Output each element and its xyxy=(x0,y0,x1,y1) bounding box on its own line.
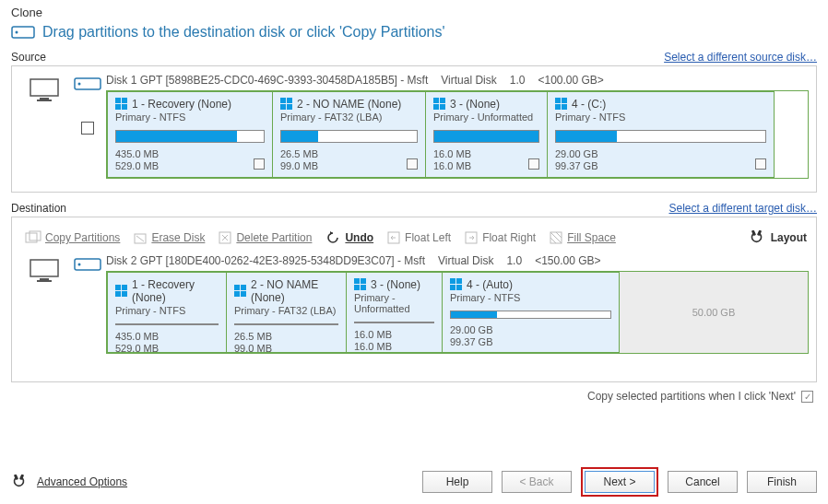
svg-rect-10 xyxy=(122,104,127,110)
svg-rect-58 xyxy=(456,285,462,290)
usage-bar xyxy=(555,130,766,143)
svg-rect-20 xyxy=(562,98,567,103)
partition-sizes: 435.0 MB529.0 MB xyxy=(115,331,219,355)
unallocated-space[interactable]: 50.00 GB xyxy=(620,272,808,353)
partition-sizes: 16.0 MB16.0 MB xyxy=(354,329,434,353)
windows-icon xyxy=(115,98,128,111)
partition[interactable]: 1 - Recovery (None)Primary - NTFS435.0 M… xyxy=(107,91,273,178)
svg-rect-56 xyxy=(456,278,462,284)
partition-subtitle: Primary - Unformatted xyxy=(354,292,434,314)
svg-rect-52 xyxy=(361,278,366,284)
window-title: Clone xyxy=(11,6,817,19)
finish-button[interactable]: Finish xyxy=(747,471,817,493)
partition[interactable]: 2 - NO NAME (None)Primary - FAT32 (LBA)2… xyxy=(227,272,347,353)
usage-bar xyxy=(450,311,611,319)
svg-rect-50 xyxy=(241,291,246,297)
source-label: Source xyxy=(11,51,46,64)
drive-icon xyxy=(11,23,35,41)
destination-partitions: 1 - Recovery (None)Primary - NTFS435.0 M… xyxy=(106,271,809,354)
select-source-link[interactable]: Select a different source disk… xyxy=(664,51,817,64)
partition-title: 2 - NO NAME (None) xyxy=(251,278,338,304)
usage-bar xyxy=(115,323,219,325)
partition[interactable]: 2 - NO NAME (None)Primary - FAT32 (LBA)2… xyxy=(273,91,426,178)
svg-rect-57 xyxy=(450,285,455,290)
source-disk-info: Disk 1 GPT [5898BE25-CDC0-469C-9393-3045… xyxy=(106,74,809,87)
source-select-checkbox[interactable] xyxy=(81,122,94,135)
destination-disk-info: Disk 2 GPT [180DE400-0262-42E3-8925-5348… xyxy=(106,254,809,267)
float-right-button[interactable]: Float Right xyxy=(464,230,536,245)
partition-title: 3 - (None) xyxy=(371,278,420,291)
source-panel: Disk 1 GPT [5898BE25-CDC0-469C-9393-3045… xyxy=(11,65,817,193)
svg-rect-40 xyxy=(37,280,52,282)
partition-handle[interactable] xyxy=(254,158,265,170)
partition-sizes: 29.00 GB99.37 GB xyxy=(555,148,766,172)
partition-subtitle: Primary - NTFS xyxy=(450,292,611,303)
svg-rect-19 xyxy=(555,98,561,103)
partition-title: 2 - NO NAME (None) xyxy=(297,98,401,111)
destination-label: Destination xyxy=(11,202,66,215)
svg-rect-7 xyxy=(115,98,121,103)
copy-on-next-checkbox[interactable]: ✓ xyxy=(801,391,813,403)
svg-rect-2 xyxy=(30,79,58,96)
svg-rect-17 xyxy=(433,104,439,110)
svg-rect-13 xyxy=(280,104,286,110)
svg-point-42 xyxy=(78,264,81,266)
svg-rect-16 xyxy=(440,98,445,103)
svg-rect-21 xyxy=(555,104,561,110)
svg-rect-49 xyxy=(234,291,240,297)
svg-rect-44 xyxy=(122,285,127,290)
next-button[interactable]: Next > xyxy=(585,471,655,493)
windows-icon xyxy=(354,278,367,291)
windows-icon xyxy=(555,98,568,111)
partition[interactable]: 3 - (None)Primary - Unformatted16.0 MB16… xyxy=(347,272,443,353)
partition-subtitle: Primary - NTFS xyxy=(555,111,766,123)
partition[interactable]: 4 - (Auto)Primary - NTFS29.00 GB99.37 GB xyxy=(443,272,620,353)
undo-button[interactable]: Undo xyxy=(325,230,373,245)
svg-rect-51 xyxy=(354,278,360,284)
partition[interactable]: 4 - (C:)Primary - NTFS29.00 GB99.37 GB xyxy=(548,91,775,178)
usage-bar xyxy=(354,322,434,323)
copy-on-next-label: Copy selected partitions when I click 'N… xyxy=(587,390,796,403)
partition-subtitle: Primary - FAT32 (LBA) xyxy=(234,305,338,316)
usage-bar xyxy=(433,130,539,143)
partition-subtitle: Primary - Unformatted xyxy=(433,111,539,123)
partition-title: 4 - (Auto) xyxy=(467,278,513,291)
cancel-button[interactable]: Cancel xyxy=(668,471,738,493)
svg-rect-43 xyxy=(115,285,121,290)
partition-handle[interactable] xyxy=(755,158,766,170)
help-button[interactable]: Help xyxy=(422,471,492,493)
partition-sizes: 435.0 MB529.0 MB xyxy=(115,148,265,172)
select-target-link[interactable]: Select a different target disk… xyxy=(668,202,817,215)
layout-button[interactable]: Layout xyxy=(749,230,807,245)
partition[interactable]: 3 - (None)Primary - Unformatted16.0 MB16… xyxy=(426,91,548,178)
svg-rect-45 xyxy=(115,291,121,297)
partition-title: 1 - Recovery (None) xyxy=(132,278,219,304)
windows-icon xyxy=(450,278,463,291)
svg-rect-48 xyxy=(241,285,246,290)
instruction-text: Drag partitions to the destination disk … xyxy=(42,24,445,41)
monitor-icon xyxy=(29,77,60,103)
partition-sizes: 26.5 MB99.0 MB xyxy=(234,331,338,355)
svg-rect-38 xyxy=(30,260,58,276)
partition[interactable]: 1 - Recovery (None)Primary - NTFS435.0 M… xyxy=(107,272,227,353)
delete-partition-button[interactable]: Delete Partition xyxy=(218,230,312,245)
partition-sizes: 29.00 GB99.37 GB xyxy=(450,324,611,348)
copy-partitions-button[interactable]: Copy Partitions xyxy=(25,230,120,245)
partition-subtitle: Primary - FAT32 (LBA) xyxy=(280,111,418,123)
partition-handle[interactable] xyxy=(407,158,418,170)
fill-space-button[interactable]: Fill Space xyxy=(549,230,616,245)
monitor-icon xyxy=(29,258,60,284)
partition-handle[interactable] xyxy=(528,158,539,170)
erase-disk-button[interactable]: Erase Disk xyxy=(133,230,205,245)
svg-point-1 xyxy=(16,31,18,34)
svg-line-26 xyxy=(136,236,144,241)
svg-rect-39 xyxy=(40,278,49,280)
back-button: < Back xyxy=(502,471,572,493)
svg-rect-15 xyxy=(433,98,439,103)
svg-line-33 xyxy=(550,232,562,243)
float-left-button[interactable]: Float Left xyxy=(386,230,451,245)
source-partitions: 1 - Recovery (None)Primary - NTFS435.0 M… xyxy=(106,90,809,179)
wrench-icon xyxy=(11,475,28,489)
svg-rect-46 xyxy=(122,291,127,297)
advanced-options-link[interactable]: Advanced Options xyxy=(37,475,127,488)
